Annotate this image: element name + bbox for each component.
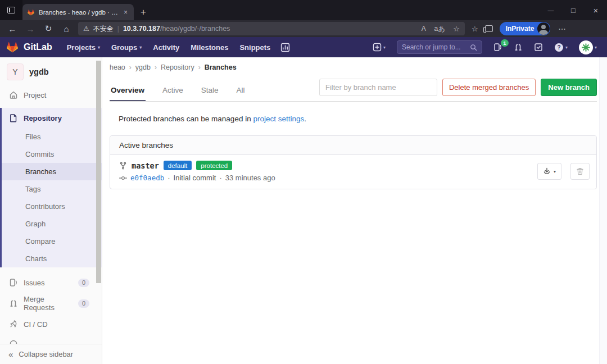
main-content: heao › ygdb › Repository › Branches Over…	[102, 57, 607, 364]
mr-count-badge: 0	[78, 299, 89, 308]
security-label[interactable]: 不安全	[93, 24, 114, 34]
new-branch-button[interactable]: New branch	[541, 79, 597, 96]
new-menu-button[interactable]: ▾	[368, 43, 390, 52]
favorites-bar-icon[interactable]: ☆	[472, 25, 478, 33]
inprivate-badge[interactable]: InPrivate	[500, 22, 551, 35]
global-search[interactable]	[397, 40, 482, 54]
home-icon	[9, 90, 18, 99]
sidebar-item-files[interactable]: Files	[2, 128, 102, 145]
new-tab-button[interactable]: +	[134, 7, 153, 20]
navbar-todos-button[interactable]	[529, 43, 547, 52]
merge-request-icon	[9, 299, 18, 308]
issues-count-badge: 1	[501, 39, 509, 47]
delete-branch-button[interactable]	[570, 163, 590, 180]
tab-close-button[interactable]: ×	[122, 8, 129, 16]
home-button[interactable]: ⌂	[58, 21, 75, 36]
url-path: /heao/ygdb/-/branches	[160, 25, 230, 33]
project-avatar: Y	[7, 63, 24, 80]
page-scrollbar[interactable]	[599, 57, 607, 364]
nav-snippets[interactable]: Snippets	[234, 43, 276, 52]
close-button[interactable]: ×	[585, 0, 607, 20]
nav-milestones[interactable]: Milestones	[185, 43, 234, 52]
browser-titlebar: Branches - heao / ygdb · GitLab × + — □ …	[0, 0, 607, 20]
gitlab-brand[interactable]: GitLab	[6, 40, 52, 54]
sidebar-item-graph[interactable]: Graph	[2, 215, 102, 233]
nav-groups[interactable]: Groups▾	[106, 43, 147, 52]
browser-tab-active[interactable]: Branches - heao / ygdb · GitLab ×	[22, 4, 134, 20]
breadcrumb-repository[interactable]: Repository	[161, 63, 194, 71]
back-button[interactable]: ←	[4, 21, 21, 36]
chevron-down-icon: ▾	[554, 169, 556, 174]
address-divider: |	[117, 25, 119, 33]
nav-chart-icon[interactable]	[276, 43, 295, 52]
add-favorite-star-icon[interactable]: ☆	[453, 25, 460, 33]
sidebar-item-compare[interactable]: Compare	[2, 233, 102, 250]
tab-stale[interactable]: Stale	[200, 81, 220, 101]
trash-icon	[576, 167, 584, 175]
forward-button[interactable]: →	[22, 21, 39, 36]
navbar-issues-button[interactable]: 1	[489, 43, 507, 52]
help-menu-button[interactable]: ? ▾	[550, 43, 572, 52]
nav-projects[interactable]: Projects▾	[61, 43, 106, 52]
tab-active[interactable]: Active	[161, 81, 184, 101]
project-settings-link[interactable]: project settings	[253, 115, 304, 123]
sidebar-item-project[interactable]: Project	[0, 85, 102, 104]
default-badge: default	[164, 161, 192, 170]
tab-all[interactable]: All	[235, 81, 246, 101]
issues-count-badge: 0	[78, 279, 89, 287]
address-bar[interactable]: ⚠ 不安全 | 10.3.70.187/heao/ygdb/-/branches…	[78, 22, 465, 35]
sidebar-item-issues[interactable]: Issues 0	[0, 273, 102, 292]
svg-text:?: ?	[557, 44, 560, 51]
user-menu-button[interactable]: ▾	[574, 40, 601, 54]
translate-icon[interactable]: aあ	[434, 24, 445, 34]
breadcrumb-project[interactable]: ygdb	[135, 63, 151, 71]
download-artifacts-button[interactable]: ▾	[537, 163, 561, 180]
minimize-button[interactable]: —	[540, 0, 562, 20]
issues-icon	[9, 278, 18, 287]
repository-doc-icon	[9, 113, 18, 122]
sidebar-item-cicd[interactable]: CI / CD	[0, 315, 102, 334]
collapse-sidebar-button[interactable]: « Collapse sidebar	[0, 344, 102, 364]
sidebar-item-contributors[interactable]: Contributors	[2, 198, 102, 215]
navbar-merge-requests-button[interactable]	[509, 43, 527, 52]
delete-merged-branches-button[interactable]: Delete merged branches	[442, 79, 536, 96]
commit-icon	[119, 174, 127, 182]
project-context-header[interactable]: Y ygdb	[0, 57, 102, 85]
gitlab-navbar: GitLab Projects▾ Groups▾ Activity Milest…	[0, 37, 607, 57]
nav-activity[interactable]: Activity	[147, 43, 185, 52]
branch-name[interactable]: master	[132, 161, 159, 170]
collections-icon[interactable]	[485, 25, 493, 32]
sidebar-item-charts[interactable]: Charts	[2, 250, 102, 267]
tab-actions-menu-button[interactable]	[0, 0, 22, 20]
sidebar-item-tags[interactable]: Tags	[2, 180, 102, 198]
chevron-down-icon: ▾	[595, 45, 597, 50]
chevron-down-icon: ▾	[98, 45, 100, 50]
tab-overview[interactable]: Overview	[110, 81, 146, 101]
settings-more-icon[interactable]: ⋯	[558, 24, 567, 33]
merge-request-icon	[514, 43, 523, 52]
gitlab-logo-icon	[6, 40, 19, 54]
commit-message[interactable]: Initial commit	[174, 174, 216, 182]
project-name: ygdb	[29, 67, 49, 76]
profile-avatar	[537, 22, 550, 35]
sidebar-scrollbar[interactable]	[96, 61, 101, 283]
read-aloud-icon[interactable]: A	[422, 25, 427, 33]
maximize-button[interactable]: □	[562, 0, 585, 20]
branch-filter-input[interactable]	[319, 79, 437, 96]
gitlab-brand-name: GitLab	[24, 42, 52, 52]
sidebar-item-branches[interactable]: Branches	[2, 163, 102, 180]
sidebar-item-repository[interactable]: Repository	[2, 108, 102, 128]
double-chevron-left-icon: «	[8, 349, 13, 359]
refresh-button[interactable]: ↻	[40, 21, 57, 36]
branch-tabs: Overview Active Stale All	[110, 81, 246, 101]
breadcrumb-group[interactable]: heao	[110, 63, 125, 71]
browser-toolbar: ← → ↻ ⌂ ⚠ 不安全 | 10.3.70.187/heao/ygdb/-/…	[0, 20, 607, 37]
plus-square-icon	[373, 43, 382, 52]
breadcrumb-branches: Branches	[205, 63, 237, 71]
sidebar-item-commits[interactable]: Commits	[2, 145, 102, 163]
search-input[interactable]	[402, 43, 470, 51]
commit-sha-link[interactable]: e0f0aedb	[130, 174, 164, 182]
window-controls: — □ ×	[540, 0, 607, 20]
help-icon: ?	[554, 43, 564, 52]
sidebar-item-merge-requests[interactable]: Merge Requests 0	[0, 294, 102, 313]
